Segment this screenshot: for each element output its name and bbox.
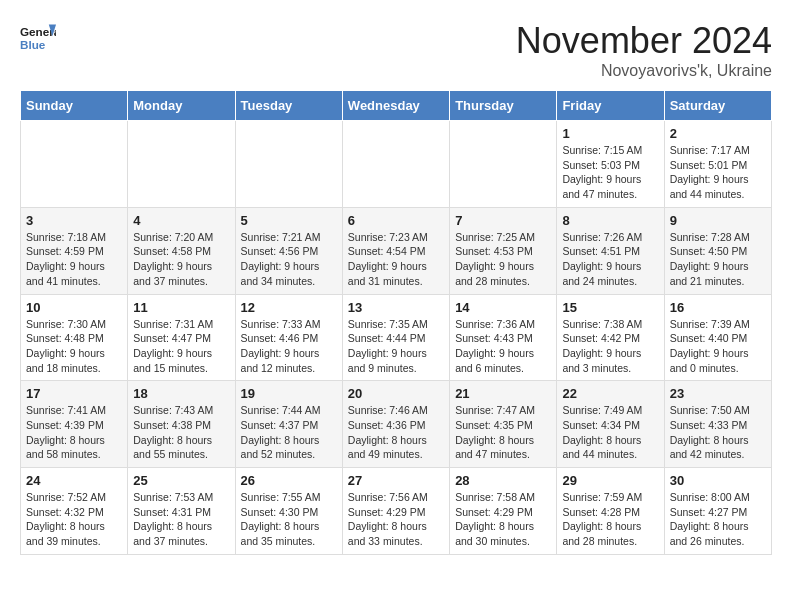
day-info: Sunrise: 8:00 AM Sunset: 4:27 PM Dayligh… bbox=[670, 490, 766, 549]
day-cell: 7Sunrise: 7:25 AM Sunset: 4:53 PM Daylig… bbox=[450, 207, 557, 294]
day-number: 21 bbox=[455, 386, 551, 401]
page-header: General Blue November 2024 Novoyavorivs'… bbox=[20, 20, 772, 80]
day-info: Sunrise: 7:59 AM Sunset: 4:28 PM Dayligh… bbox=[562, 490, 658, 549]
day-cell: 23Sunrise: 7:50 AM Sunset: 4:33 PM Dayli… bbox=[664, 381, 771, 468]
day-info: Sunrise: 7:39 AM Sunset: 4:40 PM Dayligh… bbox=[670, 317, 766, 376]
day-number: 11 bbox=[133, 300, 229, 315]
location-subtitle: Novoyavorivs'k, Ukraine bbox=[516, 62, 772, 80]
col-header-thursday: Thursday bbox=[450, 91, 557, 121]
week-row-4: 17Sunrise: 7:41 AM Sunset: 4:39 PM Dayli… bbox=[21, 381, 772, 468]
day-cell: 21Sunrise: 7:47 AM Sunset: 4:35 PM Dayli… bbox=[450, 381, 557, 468]
day-number: 25 bbox=[133, 473, 229, 488]
col-header-sunday: Sunday bbox=[21, 91, 128, 121]
day-number: 19 bbox=[241, 386, 337, 401]
calendar-table: SundayMondayTuesdayWednesdayThursdayFrid… bbox=[20, 90, 772, 555]
day-number: 17 bbox=[26, 386, 122, 401]
col-header-saturday: Saturday bbox=[664, 91, 771, 121]
day-number: 10 bbox=[26, 300, 122, 315]
day-number: 30 bbox=[670, 473, 766, 488]
day-cell: 15Sunrise: 7:38 AM Sunset: 4:42 PM Dayli… bbox=[557, 294, 664, 381]
day-info: Sunrise: 7:55 AM Sunset: 4:30 PM Dayligh… bbox=[241, 490, 337, 549]
day-info: Sunrise: 7:15 AM Sunset: 5:03 PM Dayligh… bbox=[562, 143, 658, 202]
day-number: 6 bbox=[348, 213, 444, 228]
day-number: 9 bbox=[670, 213, 766, 228]
day-number: 4 bbox=[133, 213, 229, 228]
day-cell: 11Sunrise: 7:31 AM Sunset: 4:47 PM Dayli… bbox=[128, 294, 235, 381]
day-cell: 18Sunrise: 7:43 AM Sunset: 4:38 PM Dayli… bbox=[128, 381, 235, 468]
day-cell: 26Sunrise: 7:55 AM Sunset: 4:30 PM Dayli… bbox=[235, 468, 342, 555]
day-cell: 14Sunrise: 7:36 AM Sunset: 4:43 PM Dayli… bbox=[450, 294, 557, 381]
day-number: 26 bbox=[241, 473, 337, 488]
day-cell: 27Sunrise: 7:56 AM Sunset: 4:29 PM Dayli… bbox=[342, 468, 449, 555]
day-info: Sunrise: 7:23 AM Sunset: 4:54 PM Dayligh… bbox=[348, 230, 444, 289]
day-cell: 16Sunrise: 7:39 AM Sunset: 4:40 PM Dayli… bbox=[664, 294, 771, 381]
day-info: Sunrise: 7:20 AM Sunset: 4:58 PM Dayligh… bbox=[133, 230, 229, 289]
day-cell: 9Sunrise: 7:28 AM Sunset: 4:50 PM Daylig… bbox=[664, 207, 771, 294]
day-number: 14 bbox=[455, 300, 551, 315]
day-info: Sunrise: 7:53 AM Sunset: 4:31 PM Dayligh… bbox=[133, 490, 229, 549]
day-cell: 29Sunrise: 7:59 AM Sunset: 4:28 PM Dayli… bbox=[557, 468, 664, 555]
day-number: 8 bbox=[562, 213, 658, 228]
week-row-3: 10Sunrise: 7:30 AM Sunset: 4:48 PM Dayli… bbox=[21, 294, 772, 381]
day-cell: 4Sunrise: 7:20 AM Sunset: 4:58 PM Daylig… bbox=[128, 207, 235, 294]
day-info: Sunrise: 7:43 AM Sunset: 4:38 PM Dayligh… bbox=[133, 403, 229, 462]
day-info: Sunrise: 7:36 AM Sunset: 4:43 PM Dayligh… bbox=[455, 317, 551, 376]
day-info: Sunrise: 7:50 AM Sunset: 4:33 PM Dayligh… bbox=[670, 403, 766, 462]
title-block: November 2024 Novoyavorivs'k, Ukraine bbox=[516, 20, 772, 80]
day-cell bbox=[450, 121, 557, 208]
day-cell: 12Sunrise: 7:33 AM Sunset: 4:46 PM Dayli… bbox=[235, 294, 342, 381]
day-info: Sunrise: 7:18 AM Sunset: 4:59 PM Dayligh… bbox=[26, 230, 122, 289]
day-number: 29 bbox=[562, 473, 658, 488]
day-number: 5 bbox=[241, 213, 337, 228]
svg-text:Blue: Blue bbox=[20, 38, 46, 51]
week-row-5: 24Sunrise: 7:52 AM Sunset: 4:32 PM Dayli… bbox=[21, 468, 772, 555]
day-number: 23 bbox=[670, 386, 766, 401]
day-number: 27 bbox=[348, 473, 444, 488]
day-cell: 8Sunrise: 7:26 AM Sunset: 4:51 PM Daylig… bbox=[557, 207, 664, 294]
day-cell bbox=[342, 121, 449, 208]
day-number: 22 bbox=[562, 386, 658, 401]
logo-icon: General Blue bbox=[20, 20, 56, 56]
day-info: Sunrise: 7:21 AM Sunset: 4:56 PM Dayligh… bbox=[241, 230, 337, 289]
day-number: 18 bbox=[133, 386, 229, 401]
month-title: November 2024 bbox=[516, 20, 772, 62]
day-cell: 13Sunrise: 7:35 AM Sunset: 4:44 PM Dayli… bbox=[342, 294, 449, 381]
day-info: Sunrise: 7:28 AM Sunset: 4:50 PM Dayligh… bbox=[670, 230, 766, 289]
day-info: Sunrise: 7:35 AM Sunset: 4:44 PM Dayligh… bbox=[348, 317, 444, 376]
day-info: Sunrise: 7:46 AM Sunset: 4:36 PM Dayligh… bbox=[348, 403, 444, 462]
day-number: 7 bbox=[455, 213, 551, 228]
day-cell: 17Sunrise: 7:41 AM Sunset: 4:39 PM Dayli… bbox=[21, 381, 128, 468]
day-cell bbox=[235, 121, 342, 208]
day-info: Sunrise: 7:58 AM Sunset: 4:29 PM Dayligh… bbox=[455, 490, 551, 549]
day-number: 15 bbox=[562, 300, 658, 315]
day-info: Sunrise: 7:38 AM Sunset: 4:42 PM Dayligh… bbox=[562, 317, 658, 376]
day-info: Sunrise: 7:17 AM Sunset: 5:01 PM Dayligh… bbox=[670, 143, 766, 202]
day-cell: 20Sunrise: 7:46 AM Sunset: 4:36 PM Dayli… bbox=[342, 381, 449, 468]
day-cell: 6Sunrise: 7:23 AM Sunset: 4:54 PM Daylig… bbox=[342, 207, 449, 294]
day-info: Sunrise: 7:41 AM Sunset: 4:39 PM Dayligh… bbox=[26, 403, 122, 462]
day-number: 1 bbox=[562, 126, 658, 141]
calendar-header-row: SundayMondayTuesdayWednesdayThursdayFrid… bbox=[21, 91, 772, 121]
day-number: 20 bbox=[348, 386, 444, 401]
day-cell: 19Sunrise: 7:44 AM Sunset: 4:37 PM Dayli… bbox=[235, 381, 342, 468]
day-number: 2 bbox=[670, 126, 766, 141]
day-cell: 10Sunrise: 7:30 AM Sunset: 4:48 PM Dayli… bbox=[21, 294, 128, 381]
day-info: Sunrise: 7:44 AM Sunset: 4:37 PM Dayligh… bbox=[241, 403, 337, 462]
day-number: 28 bbox=[455, 473, 551, 488]
day-info: Sunrise: 7:30 AM Sunset: 4:48 PM Dayligh… bbox=[26, 317, 122, 376]
day-info: Sunrise: 7:47 AM Sunset: 4:35 PM Dayligh… bbox=[455, 403, 551, 462]
day-cell: 3Sunrise: 7:18 AM Sunset: 4:59 PM Daylig… bbox=[21, 207, 128, 294]
day-number: 13 bbox=[348, 300, 444, 315]
day-info: Sunrise: 7:26 AM Sunset: 4:51 PM Dayligh… bbox=[562, 230, 658, 289]
col-header-monday: Monday bbox=[128, 91, 235, 121]
day-cell bbox=[21, 121, 128, 208]
day-number: 12 bbox=[241, 300, 337, 315]
day-cell: 24Sunrise: 7:52 AM Sunset: 4:32 PM Dayli… bbox=[21, 468, 128, 555]
day-info: Sunrise: 7:52 AM Sunset: 4:32 PM Dayligh… bbox=[26, 490, 122, 549]
day-cell: 28Sunrise: 7:58 AM Sunset: 4:29 PM Dayli… bbox=[450, 468, 557, 555]
day-info: Sunrise: 7:31 AM Sunset: 4:47 PM Dayligh… bbox=[133, 317, 229, 376]
logo: General Blue bbox=[20, 20, 56, 56]
day-number: 16 bbox=[670, 300, 766, 315]
week-row-1: 1Sunrise: 7:15 AM Sunset: 5:03 PM Daylig… bbox=[21, 121, 772, 208]
col-header-friday: Friday bbox=[557, 91, 664, 121]
